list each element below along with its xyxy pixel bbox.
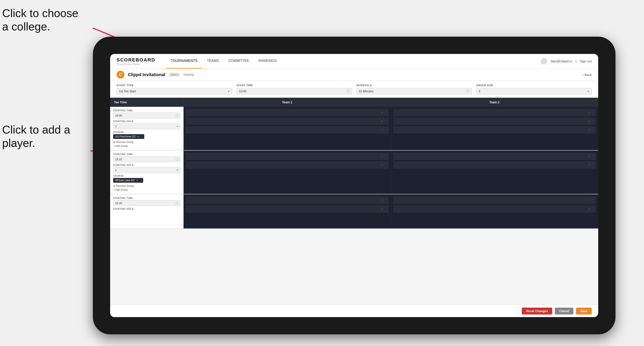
chevron-icon-hole-2: ▼ [176,169,178,171]
x-icon[interactable]: ✕ [381,111,383,114]
intervals-select[interactable]: 10 Minutes 🕐 [356,88,472,94]
player-slot-2-3[interactable]: ✕ ⌃ [393,126,596,134]
chevron-icon-6[interactable]: ⌃ [592,128,594,131]
player-slot-3-1[interactable]: ✕⌃ [186,153,389,160]
player-slot-6-1[interactable]: ✕⌃ [393,196,596,204]
nav-link-tournaments[interactable]: TOURNAMENTS [166,54,202,69]
start-type-select[interactable]: 1st Tee Start ▼ [116,88,232,94]
starting-hole-label-3: STARTING HOLE: [113,208,180,210]
add-group-2[interactable]: + Add Group [113,188,180,191]
clock-icon-3: 🕐 [175,114,178,117]
starting-hole-label-1: STARTING HOLE: [113,120,180,123]
logo-circle: C [116,71,124,79]
player-slot-3-2[interactable]: ✕⌃ [186,161,389,169]
chevron-icon-13[interactable]: ⌃ [592,199,594,202]
slot-icons-1-2: ✕ ⌃ [381,120,386,123]
player-slot-1-2[interactable]: ✕ ⌃ [186,118,389,125]
nav-link-rankings[interactable]: RANKINGS [254,54,282,69]
tablet-screen: SCOREBOARD Powered by clippd TOURNAMENTS… [110,54,598,317]
x-icon-9[interactable]: ✕ [588,155,590,158]
x-icon-5[interactable]: ✕ [588,120,590,123]
nav-link-teams[interactable]: TEAMS [202,54,224,69]
x-icon-8[interactable]: ✕ [381,164,383,167]
x-icon-3[interactable]: ✕ [381,128,383,131]
x-icon-10[interactable]: ✕ [588,164,590,167]
chevron-icon-9[interactable]: ⌃ [592,155,594,158]
chevron-icon-5[interactable]: ⌃ [592,120,594,123]
player-slot-5-2[interactable]: ✕⌃ [186,205,389,212]
remove-course-2[interactable]: ✕ [136,179,138,182]
slot-icons-2-1: ✕ ⌃ [588,111,594,114]
nav-link-committee[interactable]: COMMITTEE [224,54,254,69]
start-time-input[interactable]: 10:00 🕐 [236,88,352,94]
slot-icons-2-2: ✕ ⌃ [588,120,594,123]
save-button[interactable]: Save [576,308,592,315]
table-row: STARTING TIME: 10:00 🕐 STARTING HOLE: 1 … [110,107,598,151]
x-icon-12[interactable]: ✕ [381,207,383,210]
chevron-icon-7[interactable]: ⌃ [384,155,386,158]
player-slot-6-2[interactable]: ✕⌃ [393,205,596,212]
starting-time-input-3[interactable]: 10:20 🕐 [113,200,180,206]
chevron-icon-4[interactable]: ⌃ [592,111,594,114]
sidebar-group-3: STARTING TIME: 10:20 🕐 STARTING HOLE: [110,194,184,228]
slot-icons-1-3: ✕ ⌃ [381,128,386,131]
player-slot-1-3[interactable]: ✕ ⌃ [186,126,389,134]
starting-hole-input-1[interactable]: 1 ▼ [113,123,180,129]
start-time-group: Start Time 10:00 🕐 [236,84,352,94]
nav-right: blair@clippd.io | Sign out [541,58,592,64]
team1-slots-3: ✕⌃ ✕⌃ [184,194,391,228]
chevron-icon-3[interactable]: ⌃ [384,128,386,131]
x-icon-2[interactable]: ✕ [381,120,383,123]
start-type-label: Start Type [116,84,232,87]
starting-time-input-2[interactable]: 10:10 🕐 [113,156,180,162]
chevron-icon-12[interactable]: ⌃ [384,207,386,210]
x-icon-7[interactable]: ✕ [381,155,383,158]
chevron-course-1: ⌃ [140,136,142,138]
chevron-icon-14[interactable]: ⌃ [592,207,594,210]
chevron-icon[interactable]: ⌃ [384,111,386,114]
player-slot-1-1[interactable]: ✕ ⌃ [186,109,389,116]
add-group-1[interactable]: + Add Group [113,145,180,148]
starting-time-input-1[interactable]: 10:00 🕐 [113,113,180,118]
sign-out-link[interactable]: Sign out [580,59,592,63]
player-slot-2-2[interactable]: ✕ ⌃ [393,118,596,125]
x-icon-11[interactable]: ✕ [381,199,383,202]
x-icon-14[interactable]: ✕ [588,207,590,210]
reset-changes-button[interactable]: Reset Changes [522,308,552,315]
group-size-label: Group Size [476,84,592,87]
starting-hole-input-2[interactable]: 1 ▼ [113,167,180,173]
user-email: blair@clippd.io [551,59,572,63]
sub-header: C Clippd Invitational (Men) Hosting ‹ Ba… [110,69,598,81]
x-icon-6[interactable]: ✕ [588,128,590,131]
tournament-tag: (Men) [169,72,180,77]
starting-time-label-3: STARTING TIME: [113,197,180,199]
course-label-1: COURSE: [113,131,180,133]
back-button[interactable]: ‹ Back [583,73,592,77]
chevron-icon-11[interactable]: ⌃ [384,199,386,202]
clock-icon-5: 🕐 [175,202,178,205]
player-slot-5-1[interactable]: ✕⌃ [186,196,389,204]
scroll-area[interactable]: STARTING TIME: 10:00 🕐 STARTING HOLE: 1 … [110,107,598,305]
remove-course-1[interactable]: ✕ [137,135,139,138]
player-slot-2-1[interactable]: ✕ ⌃ [393,109,596,116]
intervals-group: Intervals 10 Minutes 🕐 [356,84,472,94]
group-size-select[interactable]: 3 ▼ [476,88,592,94]
chevron-icon-8[interactable]: ⌃ [384,164,386,167]
team2-slots-1: ✕ ⌃ ✕ ⌃ ✕ [391,107,598,150]
chevron-icon-hole-1: ▼ [176,125,178,128]
start-time-label: Start Time [236,84,352,87]
chevron-down-icon: ▼ [228,90,230,93]
remove-group-2[interactable]: ⊖ Remove Group [113,184,180,187]
player-slot-4-2[interactable]: ✕⌃ [393,161,596,169]
sidebar-group-1: STARTING TIME: 10:00 🕐 STARTING HOLE: 1 … [110,107,184,150]
player-slot-4-1[interactable]: ✕⌃ [393,153,596,160]
cancel-button[interactable]: Cancel [555,308,574,315]
x-icon-4[interactable]: ✕ [588,111,590,114]
chevron-icon-10[interactable]: ⌃ [592,164,594,167]
x-icon-13[interactable]: ✕ [588,199,590,202]
remove-group-1[interactable]: ⊖ Remove Group [113,141,180,144]
th-team1: Team 1 [184,98,391,107]
tablet-frame: SCOREBOARD Powered by clippd TOURNAMENTS… [93,37,616,334]
table-row: STARTING TIME: 10:20 🕐 STARTING HOLE: ✕⌃… [110,194,598,229]
chevron-icon-2[interactable]: ⌃ [384,120,386,123]
